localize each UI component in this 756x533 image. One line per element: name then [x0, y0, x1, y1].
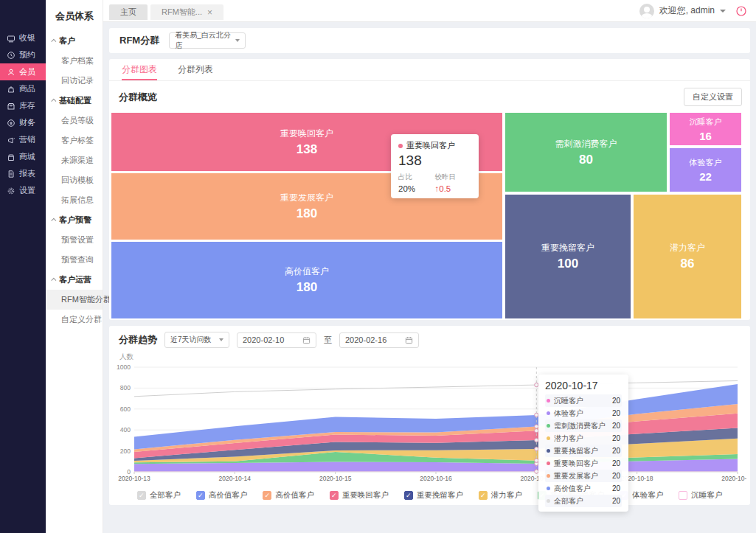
submenu-group-customer[interactable]: 客户: [46, 31, 103, 51]
checkbox-icon: [330, 491, 339, 500]
sidebar-item-alert-query[interactable]: 预警查询: [46, 250, 103, 270]
overview-header: 分群概览 自定义设置: [109, 81, 750, 111]
store-select[interactable]: 看美易_白云北分店: [169, 32, 246, 49]
nav-item-mall[interactable]: 商城: [0, 148, 46, 165]
sidebar-item-extend-info[interactable]: 拓展信息: [46, 190, 103, 210]
chevron-down-icon: [219, 338, 223, 341]
metric-select[interactable]: 近7天访问数: [164, 332, 229, 348]
store-select-value: 看美易_白云北分店: [175, 30, 231, 51]
tooltip-row: 重要挽留客户20: [545, 445, 622, 457]
settings-icon: [7, 187, 15, 195]
treemap-tile[interactable]: 高价值客户180: [111, 242, 502, 318]
calendar-icon: [302, 336, 311, 344]
sidebar-item-member-level[interactable]: 会员等级: [46, 111, 103, 130]
nav-item-report[interactable]: 报表: [0, 165, 46, 182]
main-area: 主页 RFM智能... × 欢迎您, admin RFM分群 看美易_白云北分店: [103, 0, 756, 533]
nav-item-booking[interactable]: 预约: [0, 46, 46, 63]
tab-segment-list[interactable]: 分群列表: [178, 59, 213, 80]
svg-text:1000: 1000: [117, 363, 131, 371]
date-from-input[interactable]: 2020-02-10: [237, 332, 316, 348]
chart-tooltip-rows: 沉睡客户20 体验客户20 需刺激消费客户20 潜力客户20 重要挽留客户20 …: [545, 394, 622, 507]
sidebar-item-custom-segment[interactable]: 自定义分群: [46, 310, 103, 330]
legend-item-dormant[interactable]: 沉睡客户: [679, 490, 722, 501]
tooltip-col-label: 占比: [398, 173, 435, 182]
trend-chart[interactable]: 020040060080010002020-10-132020-10-14202…: [114, 363, 746, 487]
mall-icon: [7, 153, 15, 161]
tab-segment-chart[interactable]: 分群图表: [122, 59, 157, 80]
report-icon: [7, 170, 15, 178]
tooltip-value: 138: [398, 153, 471, 169]
nav-item-cashier[interactable]: 收银: [0, 29, 46, 46]
treemap-tile[interactable]: 沉睡客户16: [670, 113, 741, 145]
close-icon[interactable]: ×: [207, 7, 212, 18]
checkbox-icon: [679, 491, 687, 500]
cashier-icon: [7, 34, 15, 43]
tooltip-row: 体验客户20: [545, 407, 622, 419]
submenu-group-operation[interactable]: 客户运营: [46, 270, 103, 290]
tab-rfm[interactable]: RFM智能... ×: [150, 4, 223, 20]
treemap-tile[interactable]: 潜力客户86: [634, 195, 741, 318]
nav-item-member[interactable]: 会员: [0, 63, 46, 80]
overview-title: 分群概览: [119, 91, 157, 104]
legend-item-all[interactable]: 全部客户: [137, 490, 181, 501]
series-dot: [547, 474, 550, 478]
custom-settings-button[interactable]: 自定义设置: [684, 88, 742, 106]
nav-item-settings[interactable]: 设置: [0, 182, 46, 199]
nav-item-label: 商城: [19, 151, 35, 162]
metric-select-value: 近7天访问数: [170, 335, 212, 345]
nav-item-label: 营销: [19, 134, 35, 145]
nav-item-marketing[interactable]: 营销: [0, 131, 46, 148]
booking-icon: [7, 51, 15, 60]
nav-item-goods[interactable]: 商品: [0, 80, 46, 97]
treemap-tile[interactable]: 体验客户22: [670, 148, 741, 192]
tooltip-row: 高价值客户20: [545, 482, 622, 495]
chevron-down-icon[interactable]: [720, 10, 726, 13]
filter-label: RFM分群: [119, 34, 159, 47]
series-dot: [547, 449, 550, 453]
svg-text:600: 600: [120, 405, 131, 413]
calendar-icon: [405, 336, 413, 344]
nav-item-stock[interactable]: 库存: [0, 97, 46, 114]
svg-text:2020-10-14: 2020-10-14: [219, 475, 252, 482]
welcome-text[interactable]: 欢迎您, admin: [659, 4, 715, 17]
series-dot: [547, 411, 550, 415]
treemap-tile[interactable]: 需刺激消费客户80: [505, 113, 667, 192]
sidebar-item-source-channel[interactable]: 来源渠道: [46, 150, 103, 170]
series-dot: [398, 144, 403, 148]
submenu-group-basic-config[interactable]: 基础配置: [46, 91, 103, 111]
nav-item-label: 库存: [19, 100, 35, 111]
sidebar-item-alert-settings[interactable]: 预警设置: [46, 230, 103, 250]
trend-chart-area: 020040060080010002020-10-132020-10-14202…: [114, 363, 746, 487]
filter-card: RFM分群 看美易_白云北分店: [109, 28, 750, 53]
series-dot: [547, 399, 550, 403]
topbar-right: 欢迎您, admin: [639, 4, 747, 18]
series-dot: [547, 461, 550, 465]
date-to-input[interactable]: 2020-02-16: [339, 332, 419, 348]
legend-item-potential[interactable]: 潜力客户: [479, 490, 522, 501]
nav-item-label: 收银: [19, 32, 35, 43]
legend-item-retain[interactable]: 重要挽留客户: [404, 490, 463, 501]
trend-title: 分群趋势: [119, 333, 157, 346]
sidebar-item-rfm-segment[interactable]: RFM智能分群: [46, 290, 103, 310]
date-range-separator: 至: [324, 335, 332, 346]
tooltip-series-label: 重要唤回客户: [406, 140, 455, 151]
panel-tabs: 分群图表 分群列表: [109, 59, 750, 81]
nav-item-label: 会员: [19, 66, 35, 77]
submenu-group-alert[interactable]: 客户预警: [46, 210, 103, 230]
legend-item-high-value[interactable]: 高价值客户: [196, 490, 248, 501]
legend-item-winback[interactable]: 重要唤回客户: [330, 490, 389, 501]
logout-icon[interactable]: [735, 5, 747, 17]
treemap-tile[interactable]: 重要挽留客户100: [505, 195, 631, 318]
svg-text:2020-10-15: 2020-10-15: [319, 475, 352, 482]
sidebar-item-visit-records[interactable]: 回访记录: [46, 71, 103, 91]
nav-item-label: 预约: [19, 49, 35, 60]
nav-item-finance[interactable]: 财务: [0, 114, 46, 131]
sidebar-item-visit-template[interactable]: 回访模板: [46, 170, 103, 190]
legend-item-develop[interactable]: 高价值客户: [263, 490, 314, 501]
tab-home[interactable]: 主页: [109, 4, 148, 20]
series-dot: [547, 499, 550, 503]
sidebar-item-customer-archive[interactable]: 客户档案: [46, 51, 103, 71]
series-dot: [547, 487, 550, 490]
sidebar-item-customer-tags[interactable]: 客户标签: [46, 130, 103, 150]
y-axis-label: 人数: [119, 352, 750, 362]
